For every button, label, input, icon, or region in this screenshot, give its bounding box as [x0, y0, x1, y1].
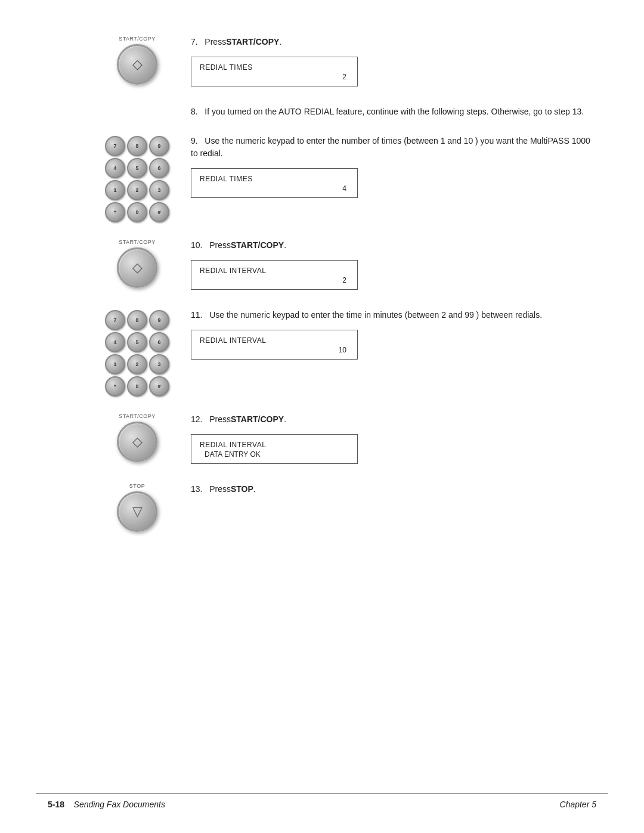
step-10-text: 10. PressSTART/COPY. REDIAL INTERVAL 2 — [191, 239, 596, 292]
step-11-text: 11. Use the numeric keypad to enter the … — [191, 309, 596, 362]
start-copy-button-12[interactable] — [117, 422, 157, 462]
stop-button-13[interactable] — [117, 491, 157, 532]
key-1[interactable]: 1 — [105, 180, 125, 200]
step-8-body: If you turned on the AUTO REDIAL feature… — [205, 107, 584, 116]
step-11-lcd-value: 10 — [200, 346, 349, 354]
step-13-bold: STOP — [231, 484, 253, 494]
step-13-num: 13. — [191, 484, 202, 494]
footer-left: 5-18 Sending Fax Documents — [48, 800, 165, 809]
step-9-num: 9. — [191, 136, 198, 145]
start-copy-label-7: START/COPY — [119, 36, 156, 42]
key-6[interactable]: 6 — [149, 158, 169, 178]
footer: 5-18 Sending Fax Documents Chapter 5 — [36, 793, 608, 809]
step-12-lcd: REDIAL INTERVAL DATA ENTRY OK — [191, 434, 358, 464]
start-copy-label-12: START/COPY — [119, 413, 156, 419]
key-1b[interactable]: 1 — [105, 354, 125, 374]
step-11-lcd-label: REDIAL INTERVAL — [200, 336, 266, 345]
page: START/COPY 7. PressSTART/COPY. REDIAL TI… — [0, 0, 644, 833]
footer-right: Chapter 5 — [560, 800, 596, 809]
step-9-text: 9. Use the numeric keypad to enter the n… — [191, 135, 596, 200]
step-8-num: 8. — [191, 107, 198, 116]
key-0b[interactable]: 0 — [127, 376, 147, 397]
key-5b[interactable]: 5 — [127, 332, 147, 352]
key-7b[interactable]: 7 — [105, 310, 125, 330]
step-11-lcd: REDIAL INTERVAL 10 — [191, 330, 358, 360]
key-2[interactable]: 2 — [127, 180, 147, 200]
key-4[interactable]: 4 — [105, 158, 125, 178]
key-hash[interactable]: # — [149, 202, 169, 222]
step-12-bold: START/COPY — [231, 414, 284, 424]
content-area: START/COPY 7. PressSTART/COPY. REDIAL TI… — [83, 36, 596, 793]
footer-chapter-label: Chapter 5 — [560, 800, 596, 809]
step-7-lcd: REDIAL TIMES 2 — [191, 57, 358, 86]
key-8b[interactable]: 8 — [127, 310, 147, 330]
step-7-bold: START/COPY — [226, 37, 279, 47]
stop-label-13: STOP — [129, 483, 145, 489]
step-11-num: 11. — [191, 310, 202, 320]
step-12-lcd-sub: DATA ENTRY OK — [200, 450, 261, 459]
step-10-lcd-value: 2 — [200, 276, 349, 284]
step-7-text: 7. PressSTART/COPY. REDIAL TIMES 2 — [191, 36, 596, 89]
step-11-row: 7 8 9 4 5 6 1 2 3 * 0 # 11. Use the — [83, 309, 596, 397]
step-10-lcd-label: REDIAL INTERVAL — [200, 267, 266, 275]
step-7-instruction: 7. PressSTART/COPY. — [191, 36, 596, 48]
footer-chapter-title: Sending Fax Documents — [74, 800, 165, 809]
step-10-bold: START/COPY — [231, 240, 284, 250]
step-12-lcd-label: REDIAL INTERVAL — [200, 441, 266, 449]
key-0[interactable]: 0 — [127, 202, 147, 222]
step-11-icon: 7 8 9 4 5 6 1 2 3 * 0 # — [83, 309, 191, 397]
step-8-instruction: 8. If you turned on the AUTO REDIAL feat… — [191, 106, 596, 118]
step-9-row: 7 8 9 4 5 6 1 2 3 * 0 # 9. Use the n — [83, 135, 596, 222]
step-13-text: 13. PressSTOP. — [191, 483, 596, 496]
step-7-lcd-value: 2 — [200, 73, 349, 81]
step-10-lcd: REDIAL INTERVAL 2 — [191, 260, 358, 290]
key-5[interactable]: 5 — [127, 158, 147, 178]
step-7-row: START/COPY 7. PressSTART/COPY. REDIAL TI… — [83, 36, 596, 89]
key-9[interactable]: 9 — [149, 136, 169, 156]
key-3[interactable]: 3 — [149, 180, 169, 200]
step-12-instruction: 12. PressSTART/COPY. — [191, 413, 596, 426]
step-8-row: 8. If you turned on the AUTO REDIAL feat… — [83, 106, 596, 118]
key-6b[interactable]: 6 — [149, 332, 169, 352]
keypad-9: 7 8 9 4 5 6 1 2 3 * 0 # — [105, 136, 169, 222]
step-13-instruction: 13. PressSTOP. — [191, 483, 596, 496]
key-hashb[interactable]: # — [149, 376, 169, 397]
key-9b[interactable]: 9 — [149, 310, 169, 330]
keypad-11: 7 8 9 4 5 6 1 2 3 * 0 # — [105, 310, 169, 397]
step-12-num: 12. — [191, 414, 202, 424]
step-9-icon: 7 8 9 4 5 6 1 2 3 * 0 # — [83, 135, 191, 222]
key-starb[interactable]: * — [105, 376, 125, 397]
key-star[interactable]: * — [105, 202, 125, 222]
step-10-row: START/COPY 10. PressSTART/COPY. REDIAL I… — [83, 239, 596, 292]
start-copy-button-7[interactable] — [117, 44, 157, 85]
step-7-icon: START/COPY — [83, 36, 191, 85]
step-13-row: STOP 13. PressSTOP. — [83, 483, 596, 532]
step-8-text: 8. If you turned on the AUTO REDIAL feat… — [191, 106, 596, 118]
key-3b[interactable]: 3 — [149, 354, 169, 374]
step-11-body: Use the numeric keypad to enter the time… — [209, 310, 542, 320]
step-7-lcd-label: REDIAL TIMES — [200, 63, 253, 72]
footer-page-num: 5-18 — [48, 800, 64, 809]
step-9-lcd-value: 4 — [200, 184, 349, 193]
key-2b[interactable]: 2 — [127, 354, 147, 374]
step-11-instruction: 11. Use the numeric keypad to enter the … — [191, 309, 596, 321]
step-7-num: 7. — [191, 37, 198, 47]
step-9-lcd-label: REDIAL TIMES — [200, 175, 253, 183]
step-9-body: Use the numeric keypad to enter the numb… — [191, 136, 590, 158]
start-copy-label-10: START/COPY — [119, 239, 156, 245]
step-12-text: 12. PressSTART/COPY. REDIAL INTERVAL DAT… — [191, 413, 596, 466]
step-10-num: 10. — [191, 240, 202, 250]
key-7[interactable]: 7 — [105, 136, 125, 156]
step-9-lcd: REDIAL TIMES 4 — [191, 168, 358, 198]
step-12-row: START/COPY 12. PressSTART/COPY. REDIAL I… — [83, 413, 596, 466]
step-12-icon: START/COPY — [83, 413, 191, 462]
step-10-icon: START/COPY — [83, 239, 191, 288]
step-9-instruction: 9. Use the numeric keypad to enter the n… — [191, 135, 596, 160]
step-10-instruction: 10. PressSTART/COPY. — [191, 239, 596, 252]
key-4b[interactable]: 4 — [105, 332, 125, 352]
start-copy-button-10[interactable] — [117, 247, 157, 288]
step-13-icon: STOP — [83, 483, 191, 532]
key-8[interactable]: 8 — [127, 136, 147, 156]
